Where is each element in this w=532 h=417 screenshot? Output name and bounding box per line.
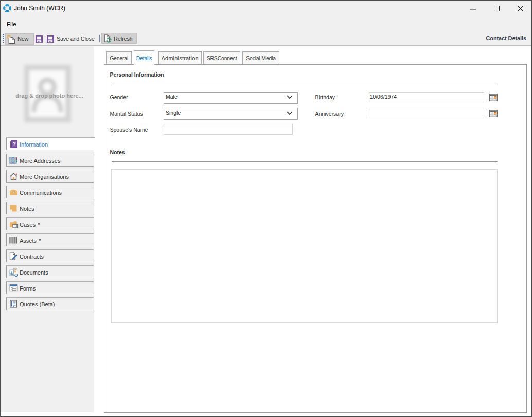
svg-text:?: ? [13, 141, 16, 147]
